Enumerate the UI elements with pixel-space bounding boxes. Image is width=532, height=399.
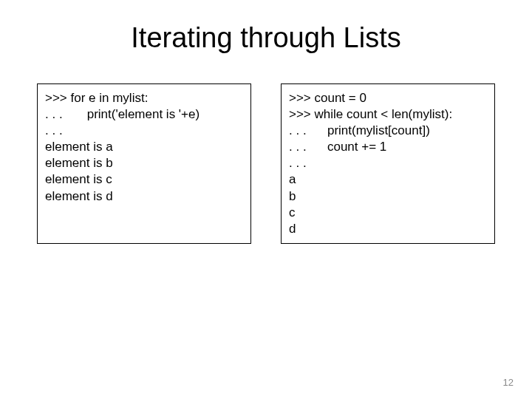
code-line: . . . print('element is '+e) bbox=[45, 106, 243, 123]
code-line: element is a bbox=[45, 139, 243, 155]
left-code-box: >>> for e in mylist: . . . print('elemen… bbox=[37, 83, 251, 244]
code-line: . . . print(mylist[count]) bbox=[289, 123, 487, 139]
code-line: >>> count = 0 bbox=[289, 90, 487, 106]
code-line: b bbox=[289, 188, 487, 205]
code-line: . . . bbox=[45, 123, 243, 139]
code-line: a bbox=[289, 171, 487, 188]
page-number: 12 bbox=[503, 377, 514, 388]
code-line: >>> for e in mylist: bbox=[45, 90, 243, 106]
content-area: >>> for e in mylist: . . . print('elemen… bbox=[0, 61, 532, 244]
code-line: >>> while count < len(mylist): bbox=[289, 106, 487, 123]
code-line: d bbox=[289, 221, 487, 237]
slide-title: Iterating through Lists bbox=[0, 0, 532, 61]
code-line: element is c bbox=[45, 171, 243, 188]
code-line: element is d bbox=[45, 188, 243, 205]
code-line: c bbox=[289, 205, 487, 221]
right-code-box: >>> count = 0 >>> while count < len(myli… bbox=[281, 83, 495, 244]
code-line: . . . bbox=[289, 155, 487, 171]
code-line: element is b bbox=[45, 155, 243, 171]
code-line: . . . count += 1 bbox=[289, 139, 487, 155]
